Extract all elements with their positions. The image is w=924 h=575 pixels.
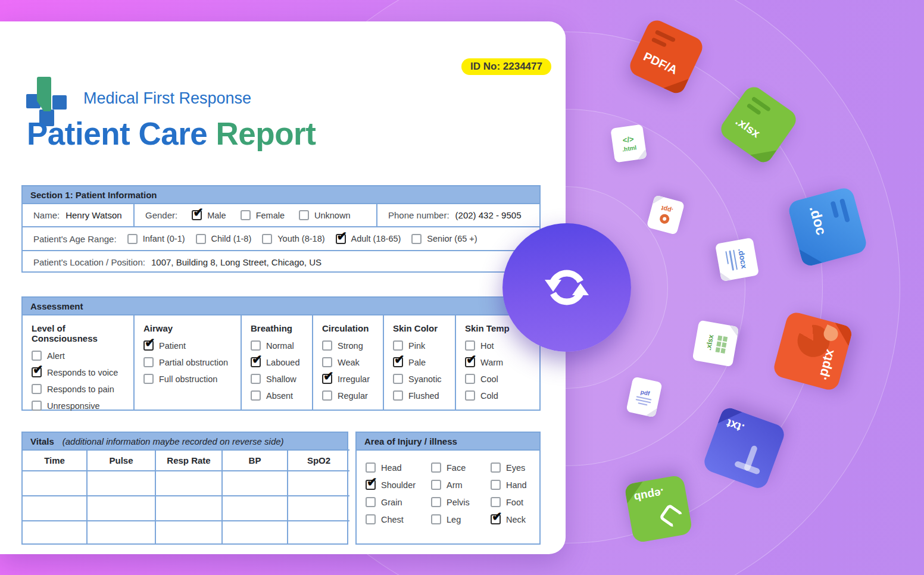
assessment-option[interactable]: Laboued — [251, 357, 312, 367]
checkbox[interactable] — [127, 234, 138, 244]
vitals-cell[interactable] — [155, 495, 221, 520]
vitals-cell[interactable] — [23, 470, 86, 495]
vitals-cell[interactable] — [86, 520, 155, 545]
checkbox[interactable] — [299, 210, 309, 220]
age-option-infant[interactable]: Infant (0-1) — [127, 234, 185, 244]
checkbox[interactable] — [196, 234, 206, 244]
checkbox[interactable] — [262, 234, 272, 244]
checkbox[interactable] — [366, 462, 376, 473]
assessment-option[interactable]: Syanotic — [393, 374, 455, 384]
injury-option-leg[interactable]: Leg — [431, 514, 491, 524]
assessment-option[interactable]: Normal — [251, 340, 312, 351]
assessment-option[interactable]: Alert — [32, 351, 133, 361]
checkbox[interactable] — [143, 374, 154, 384]
injury-option-face[interactable]: Face — [431, 462, 491, 473]
assessment-option[interactable]: Pale — [393, 357, 455, 367]
checkbox[interactable] — [322, 357, 332, 367]
vitals-cell[interactable] — [23, 495, 86, 520]
checkbox[interactable] — [251, 340, 261, 351]
injury-option-eyes[interactable]: Eyes — [491, 462, 539, 473]
vitals-cell[interactable] — [86, 470, 155, 495]
checkbox[interactable] — [366, 514, 376, 524]
injury-option-neck[interactable]: Neck — [491, 514, 539, 524]
injury-option-arm[interactable]: Arm — [431, 480, 491, 490]
checkbox[interactable] — [336, 234, 346, 244]
checkbox[interactable] — [491, 497, 501, 507]
injury-option-foot[interactable]: Foot — [491, 497, 539, 507]
vitals-cell[interactable] — [155, 520, 221, 545]
vitals-cell[interactable] — [221, 520, 287, 545]
checkbox[interactable] — [251, 374, 261, 384]
checkbox[interactable] — [251, 390, 261, 401]
assessment-option[interactable]: Partial obstruction — [143, 357, 241, 367]
checkbox[interactable] — [322, 340, 332, 351]
checkbox[interactable] — [431, 462, 441, 473]
injury-option-pelvis[interactable]: Pelvis — [431, 497, 491, 507]
assessment-option[interactable]: Pink — [393, 340, 455, 351]
assessment-option[interactable]: Irregular — [322, 374, 383, 384]
checkbox[interactable] — [465, 390, 475, 401]
assessment-option[interactable]: Responds to pain — [32, 384, 133, 394]
checkbox[interactable] — [32, 351, 42, 361]
assessment-option[interactable]: Regular — [322, 390, 383, 401]
vitals-cell[interactable] — [86, 495, 155, 520]
checkbox[interactable] — [393, 374, 403, 384]
assessment-option[interactable]: Full obstruction — [143, 374, 241, 384]
checkbox[interactable] — [192, 210, 202, 220]
checkbox[interactable] — [251, 357, 261, 367]
age-option-adult[interactable]: Adult (18-65) — [336, 234, 401, 244]
checkbox[interactable] — [491, 480, 501, 490]
vitals-cell[interactable] — [221, 470, 287, 495]
assessment-option[interactable]: Warm — [465, 357, 539, 367]
checkbox[interactable] — [465, 357, 475, 367]
checkbox[interactable] — [431, 497, 441, 507]
checkbox[interactable] — [322, 390, 332, 401]
assessment-option[interactable]: Cold — [465, 390, 539, 401]
assessment-option[interactable]: Absent — [251, 390, 312, 401]
location-row[interactable]: Patient's Location / Position: 1007, Bui… — [23, 250, 539, 273]
checkbox[interactable] — [431, 514, 441, 524]
injury-option-hand[interactable]: Hand — [491, 480, 539, 490]
age-option-youth[interactable]: Youth (8-18) — [262, 234, 324, 244]
assessment-option[interactable]: Weak — [322, 357, 383, 367]
gender-option-female[interactable]: Female — [241, 210, 285, 220]
assessment-option[interactable]: Patient — [143, 340, 241, 351]
injury-option-shoulder[interactable]: Shoulder — [366, 480, 431, 490]
assessment-option[interactable]: Hot — [465, 340, 539, 351]
injury-option-grain[interactable]: Grain — [366, 497, 431, 507]
injury-option-head[interactable]: Head — [366, 462, 431, 473]
checkbox[interactable] — [393, 357, 403, 367]
checkbox[interactable] — [465, 340, 475, 351]
checkbox[interactable] — [411, 234, 422, 244]
vitals-cell[interactable] — [155, 470, 221, 495]
checkbox[interactable] — [241, 210, 251, 220]
checkbox[interactable] — [143, 357, 154, 367]
name-field[interactable]: Name: Henry Watson — [23, 204, 133, 226]
checkbox[interactable] — [32, 401, 42, 411]
checkbox[interactable] — [393, 390, 403, 401]
convert-sync-button[interactable] — [502, 223, 631, 352]
vitals-cell[interactable] — [287, 495, 349, 520]
assessment-option[interactable]: Cool — [465, 374, 539, 384]
checkbox[interactable] — [366, 497, 376, 507]
assessment-option[interactable]: Strong — [322, 340, 383, 351]
vitals-cell[interactable] — [221, 495, 287, 520]
assessment-option[interactable]: Shallow — [251, 374, 312, 384]
injury-option-chest[interactable]: Chest — [366, 514, 431, 524]
vitals-cell[interactable] — [23, 520, 86, 545]
checkbox[interactable] — [143, 340, 154, 351]
gender-option-unknown[interactable]: Unknown — [299, 210, 350, 220]
checkbox[interactable] — [491, 514, 501, 524]
checkbox[interactable] — [366, 480, 376, 490]
checkbox[interactable] — [32, 384, 42, 394]
checkbox[interactable] — [32, 367, 42, 377]
checkbox[interactable] — [322, 374, 332, 384]
assessment-option[interactable]: Responds to voice — [32, 367, 133, 377]
vitals-cell[interactable] — [287, 470, 349, 495]
checkbox[interactable] — [393, 340, 403, 351]
gender-option-male[interactable]: Male — [192, 210, 226, 220]
checkbox[interactable] — [465, 374, 475, 384]
vitals-cell[interactable] — [287, 520, 349, 545]
age-option-child[interactable]: Child (1-8) — [196, 234, 252, 244]
phone-field[interactable]: Phone number: (202) 432 - 9505 — [377, 204, 539, 226]
